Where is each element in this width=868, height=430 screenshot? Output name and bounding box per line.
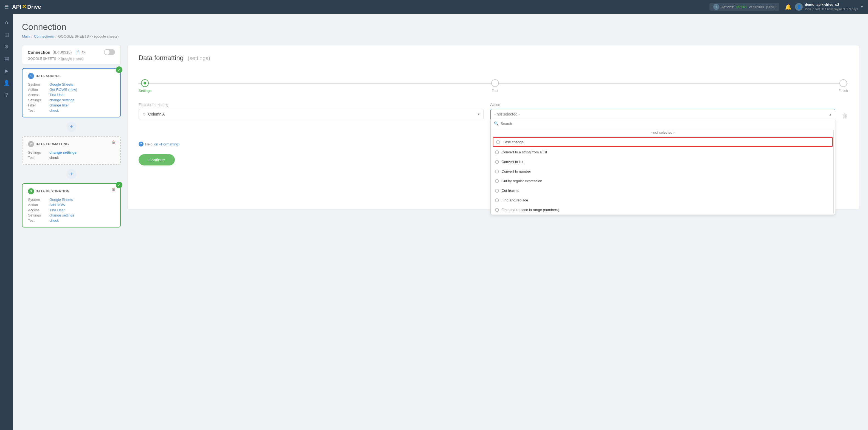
user-menu[interactable]: 👤 demo_apix-drive_s2 Plan | Start | left…	[795, 2, 864, 11]
delete-row-button[interactable]: 🗑	[842, 113, 848, 120]
action-label: Action	[490, 103, 836, 107]
logo-api: API	[12, 4, 21, 10]
sidebar: ⌂ ◫ $ ▤ ▶ 👤 ?	[0, 14, 13, 430]
help-label: Help	[145, 142, 153, 146]
sidebar-item-account[interactable]: 👤	[1, 78, 12, 88]
dropdown-item-convert-list[interactable]: Convert to list	[491, 157, 835, 166]
user-info: demo_apix-drive_s2 Plan | Start | left u…	[805, 2, 858, 11]
dropdown-item-cut-regex[interactable]: Cut by regular expression	[491, 176, 835, 186]
search-icon: 🔍	[494, 121, 499, 126]
settings-icon[interactable]: ⚙	[82, 50, 85, 54]
step1-action-link[interactable]: Get ROWS (new)	[50, 88, 77, 92]
step1-access-link[interactable]: Tina User	[50, 93, 65, 97]
step2-label: DATA FORMATTING	[36, 142, 69, 146]
dropdown-item-find-replace-range[interactable]: Find and replace in range (numbers)	[491, 205, 835, 215]
connection-subtitle: GOOGLE SHEETS -> (google sheets)	[28, 57, 115, 61]
add-step-button-2[interactable]: +	[66, 169, 76, 179]
prog-step-finish-label: Finish	[838, 89, 848, 93]
sidebar-item-connections[interactable]: ◫	[1, 29, 12, 40]
step3-system-link[interactable]: Google Sheets	[50, 197, 73, 202]
sidebar-item-logs[interactable]: ▶	[1, 65, 12, 76]
menu-icon[interactable]: ☰	[4, 4, 9, 10]
step2-delete[interactable]: 🗑	[112, 140, 116, 145]
breadcrumb-current: GOOGLE SHEETS -> (google sheets)	[58, 34, 119, 38]
step3-action-link[interactable]: Add ROW	[50, 203, 66, 207]
step1-row-test: Test check	[28, 109, 115, 113]
copy-icon[interactable]: 📄	[75, 50, 80, 54]
step3-settings-link[interactable]: change settings	[50, 213, 74, 217]
radio-circle-convert-list	[495, 160, 499, 164]
actions-total: of 50'000	[749, 5, 764, 9]
continue-button[interactable]: Continue	[138, 154, 175, 165]
field-for-formatting-group: Field for formatting Column A ▾	[138, 103, 484, 119]
connection-title: Connection	[28, 50, 51, 55]
radio-circle-find-replace-range	[495, 208, 499, 212]
action-group: Action - not selected - ▴ 🔍 - n	[490, 103, 836, 119]
step1-filter-link[interactable]: change filter	[50, 103, 69, 107]
step3-test-link[interactable]: check	[50, 218, 59, 222]
breadcrumb-connections[interactable]: Connections	[34, 34, 54, 38]
prog-step-test: Test	[491, 79, 499, 93]
logo-x: ✕	[22, 3, 27, 10]
prog-step-finish: Finish	[838, 79, 848, 93]
step3-rows: System Google Sheets Action Add ROW Acce…	[28, 197, 115, 222]
step1-system-link[interactable]: Google Sheets	[50, 82, 73, 87]
prog-step-settings-circle	[141, 79, 149, 87]
dropdown-item-convert-number[interactable]: Convert to number	[491, 166, 835, 176]
right-panel-title: Data formatting (settings)	[138, 54, 210, 62]
step1-test-link[interactable]: check	[50, 109, 59, 113]
field-select-chevron: ▾	[478, 112, 480, 116]
step1-row-access: Access Tina User	[28, 93, 115, 97]
user-plan: Plan | Start | left until payment 359 da…	[805, 7, 858, 11]
dropdown-item-find-replace[interactable]: Find and replace	[491, 195, 835, 205]
prog-step-settings-label: Settings	[138, 89, 152, 93]
breadcrumb-main[interactable]: Main	[22, 34, 30, 38]
step3-access-link[interactable]: Tina User	[50, 208, 65, 212]
sidebar-item-help[interactable]: ?	[1, 89, 12, 100]
dropdown-item-case-change[interactable]: Case change	[493, 137, 833, 147]
step1-row-filter: Filter change filter	[28, 103, 115, 107]
connection-toggle[interactable]	[104, 49, 115, 55]
user-menu-chevron: ▼	[860, 5, 864, 9]
field-select-dot	[143, 113, 146, 116]
step1-settings-link[interactable]: change settings	[50, 98, 74, 102]
search-input[interactable]	[501, 122, 832, 126]
action-select-value: - not selected -	[495, 112, 830, 116]
step-source-check: ✓	[116, 66, 122, 73]
step3-row-settings: Settings change settings	[28, 213, 115, 217]
step1-label: DATA SOURCE	[36, 74, 61, 78]
field-select[interactable]: Column A ▾	[138, 109, 484, 119]
info-icon: i	[713, 4, 719, 10]
prog-step-test-label: Test	[492, 89, 498, 93]
sidebar-item-billing[interactable]: $	[1, 41, 12, 52]
step3-row-action: Action Add ROW	[28, 203, 115, 207]
delete-col: 🗑	[842, 103, 848, 120]
dropdown-item-cut-from-to[interactable]: Cut from-to	[491, 186, 835, 195]
sidebar-item-home[interactable]: ⌂	[1, 17, 12, 28]
help-link[interactable]: on «Formatting»	[154, 142, 180, 146]
step-formatting: 🗑 2 DATA FORMATTING Settings change sett…	[22, 136, 121, 165]
step1-row-system: System Google Sheets	[28, 82, 115, 87]
step3-delete[interactable]: 🗑	[112, 187, 116, 192]
logo: API ✕ Drive	[12, 3, 41, 10]
step3-label: DATA DESTINATION	[36, 189, 69, 193]
user-name: demo_apix-drive_s2	[805, 2, 858, 7]
dropdown-not-selected: - not selected -	[491, 128, 835, 137]
step3-badge: 3	[28, 188, 34, 194]
content-layout: Connection (ID: 38910) 📄 ⚙ GOOGLE SHEETS…	[22, 45, 859, 227]
radio-circle-cut-from-to	[495, 189, 499, 193]
dropdown-search: 🔍	[491, 119, 835, 128]
field-select-value: Column A	[148, 112, 478, 116]
notification-bell[interactable]: 🔔	[785, 4, 792, 10]
dropdown-item-convert-string[interactable]: Convert to a string from a list	[491, 147, 835, 157]
step2-settings-link[interactable]: change settings	[50, 150, 76, 154]
step1-rows: System Google Sheets Action Get ROWS (ne…	[28, 82, 115, 113]
sidebar-item-templates[interactable]: ▤	[1, 53, 12, 64]
connection-header: Connection (ID: 38910) 📄 ⚙ GOOGLE SHEETS…	[22, 45, 121, 65]
action-select[interactable]: - not selected - ▴	[490, 109, 836, 119]
form-row-main: Field for formatting Column A ▾ Action -…	[138, 103, 848, 120]
main-content: Connection Main / Connections / GOOGLE S…	[13, 14, 868, 430]
step-destination-check: ✓	[116, 182, 122, 188]
add-step-button-1[interactable]: +	[66, 122, 76, 132]
dropdown-scrollbar[interactable]	[833, 130, 834, 214]
